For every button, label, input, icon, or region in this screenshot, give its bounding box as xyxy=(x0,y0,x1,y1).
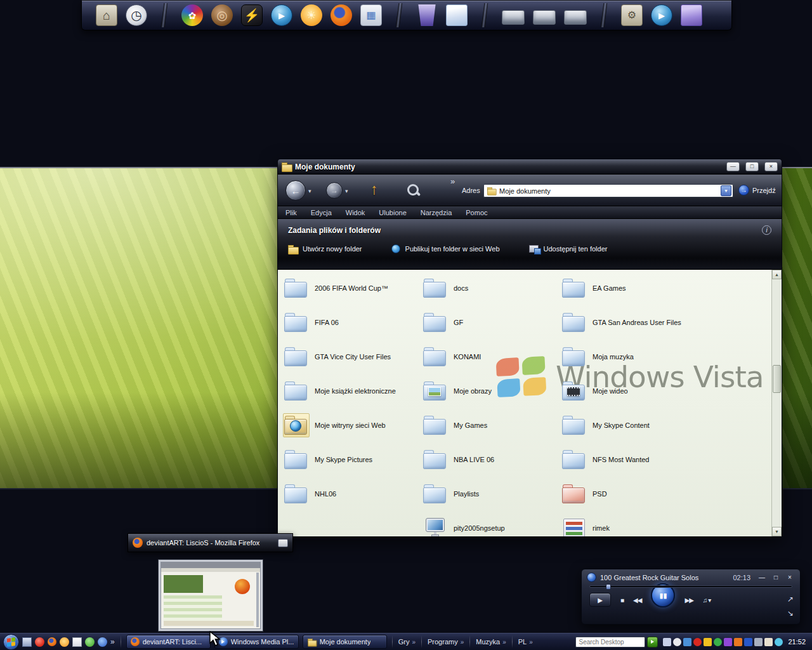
media-player-classic-icon[interactable]: ▶ xyxy=(271,4,292,26)
language-indicator[interactable]: PL» xyxy=(516,638,535,646)
file-item[interactable]: rimek xyxy=(558,511,697,536)
image-viewer-icon[interactable]: ▦ xyxy=(360,4,382,26)
restore-button[interactable] xyxy=(278,539,288,547)
folder-item[interactable]: KONAMI xyxy=(419,340,558,374)
firefox-preview-titlebar[interactable]: deviantART: LiscioS - Mozilla Firefox xyxy=(128,533,293,552)
mail-quick-icon[interactable] xyxy=(72,637,82,647)
previous-button[interactable]: ◀◀ xyxy=(633,597,641,604)
messenger-quick-icon[interactable] xyxy=(85,637,95,647)
quick-launch-overflow-chevron[interactable]: » xyxy=(110,637,115,646)
folder-item[interactable]: Moje wideo xyxy=(558,374,697,408)
taskbar-toolbar-programy[interactable]: Programy» xyxy=(425,638,466,646)
menu-edycja[interactable]: Edycja xyxy=(311,209,332,216)
folder-item[interactable]: GTA Vice City User Files xyxy=(280,340,419,374)
tray-shield-icon[interactable] xyxy=(704,638,712,646)
menu-plik[interactable]: Plik xyxy=(285,209,297,216)
browser-quick-icon[interactable] xyxy=(98,637,107,647)
folder-item[interactable]: FIFA 06 xyxy=(280,305,419,340)
clock-icon[interactable]: ◷ xyxy=(126,4,147,26)
folder-item[interactable]: GF xyxy=(419,305,558,340)
back-dropdown-caret[interactable]: ▾ xyxy=(308,188,311,194)
folder-item-selected[interactable]: Moje witryny sieci Web xyxy=(280,408,419,442)
volume-button[interactable]: ♫ ▾ xyxy=(703,597,711,604)
search-go-button[interactable] xyxy=(647,637,658,647)
taskbar-task-firefox[interactable]: deviantART: Lisci... xyxy=(126,635,211,649)
tray-expand-icon[interactable] xyxy=(663,638,671,646)
resize-icon[interactable]: ↘ xyxy=(787,609,794,618)
tray-scheduler-icon[interactable] xyxy=(775,638,783,646)
winamp-skin-icon[interactable]: ◎ xyxy=(211,4,233,26)
close-button[interactable]: × xyxy=(764,162,778,171)
winamp-icon[interactable]: ⚡ xyxy=(241,4,263,26)
folder-item[interactable]: Moja muzyka xyxy=(558,340,697,374)
scroll-up-button[interactable]: ▲ xyxy=(772,270,782,279)
switch-to-full-mode-icon[interactable]: ↗ xyxy=(787,595,794,604)
documents-folder-icon[interactable] xyxy=(446,4,468,26)
menu-narzedzia[interactable]: Narzędzia xyxy=(421,209,452,216)
search-input[interactable] xyxy=(575,637,645,647)
wmp-close-button[interactable]: × xyxy=(785,574,795,581)
tray-messenger-icon[interactable] xyxy=(724,638,732,646)
taskbar-task-explorer[interactable]: Moje dokumenty xyxy=(303,635,387,649)
scrollbar-thumb[interactable] xyxy=(773,365,781,393)
task-share-folder[interactable]: Udostępnij ten folder xyxy=(529,244,608,253)
taskbar-task-media-player[interactable]: Windows Media Pl... xyxy=(214,635,299,649)
recycle-bin-icon[interactable] xyxy=(416,4,438,26)
folder-item[interactable]: Moje książki elektroniczne xyxy=(280,374,419,408)
task-create-new-folder[interactable]: Utwórz nowy folder xyxy=(288,244,362,253)
taskbar-toolbar-muzyka[interactable]: Muzyka» xyxy=(473,638,508,646)
folder-item[interactable]: NHL06 xyxy=(280,477,419,511)
search-icon[interactable] xyxy=(406,183,421,198)
folder-item[interactable]: Moje obrazy xyxy=(419,374,558,408)
menu-widok[interactable]: Widok xyxy=(346,209,365,216)
taskbar-clock[interactable]: 21:52 xyxy=(788,638,806,646)
tray-update-icon[interactable] xyxy=(714,638,722,646)
firefox-thumbnail[interactable] xyxy=(158,559,263,632)
folder-item[interactable]: My Games xyxy=(419,408,558,442)
shared-folder-icon[interactable] xyxy=(681,4,702,26)
folder-item[interactable]: EA Games xyxy=(558,271,697,305)
media-player-icon[interactable]: ▶ xyxy=(651,4,672,26)
minimize-button[interactable]: — xyxy=(726,162,740,171)
scroll-down-button[interactable]: ▼ xyxy=(772,527,782,536)
start-button[interactable] xyxy=(3,634,19,650)
taskbar-toolbar-gry[interactable]: Gry» xyxy=(396,638,418,646)
control-panel-icon[interactable]: ⚙ xyxy=(621,4,643,26)
drive-icon[interactable] xyxy=(533,10,556,25)
go-button[interactable]: → Przejdź xyxy=(738,185,776,196)
show-desktop-icon[interactable] xyxy=(22,637,32,647)
folder-item[interactable]: NFS Most Wanted xyxy=(558,442,697,477)
folder-item[interactable]: 2006 FIFA World Cup™ xyxy=(280,271,419,305)
menu-pomoc[interactable]: Pomoc xyxy=(466,209,487,216)
folder-item[interactable]: My Skype Content xyxy=(558,408,697,442)
next-button[interactable]: ▶▶ xyxy=(684,597,693,604)
wmp-minimize-button[interactable]: — xyxy=(757,574,767,581)
drive-icon[interactable] xyxy=(564,10,587,25)
seek-handle[interactable] xyxy=(606,584,611,590)
tray-network-icon[interactable] xyxy=(744,638,752,646)
firefox-quick-icon[interactable] xyxy=(48,637,56,646)
folder-item[interactable]: docs xyxy=(419,271,558,305)
maximize-button[interactable]: □ xyxy=(745,162,759,171)
tray-power-icon[interactable] xyxy=(764,638,773,646)
media-quick-icon[interactable] xyxy=(35,637,44,647)
drive-icon[interactable] xyxy=(502,10,525,25)
tray-volume-icon[interactable] xyxy=(673,638,681,646)
stop-button[interactable]: ■ xyxy=(620,597,624,604)
firefox-icon[interactable] xyxy=(331,4,352,26)
forward-button[interactable]: → xyxy=(326,182,343,199)
play-button[interactable]: ▶ xyxy=(589,593,611,607)
menu-ulubione[interactable]: Ulubione xyxy=(379,209,406,216)
seek-bar[interactable] xyxy=(589,585,792,588)
wmp-restore-button[interactable]: □ xyxy=(771,574,781,581)
workstation-icon[interactable]: ⌂ xyxy=(96,4,117,26)
address-dropdown-button[interactable]: ▼ xyxy=(721,185,731,196)
folder-item[interactable]: NBA LIVE 06 xyxy=(419,442,558,477)
weather-quick-icon[interactable] xyxy=(60,637,69,647)
weather-icon[interactable]: ☀ xyxy=(301,4,322,26)
toolbar-overflow-chevron[interactable]: » xyxy=(450,176,455,186)
forward-dropdown-caret[interactable]: ▾ xyxy=(345,188,348,194)
tray-display-icon[interactable] xyxy=(683,638,691,646)
address-bar[interactable]: Moje dokumenty ▼ xyxy=(483,184,733,197)
up-button[interactable]: ↑ xyxy=(370,180,378,198)
